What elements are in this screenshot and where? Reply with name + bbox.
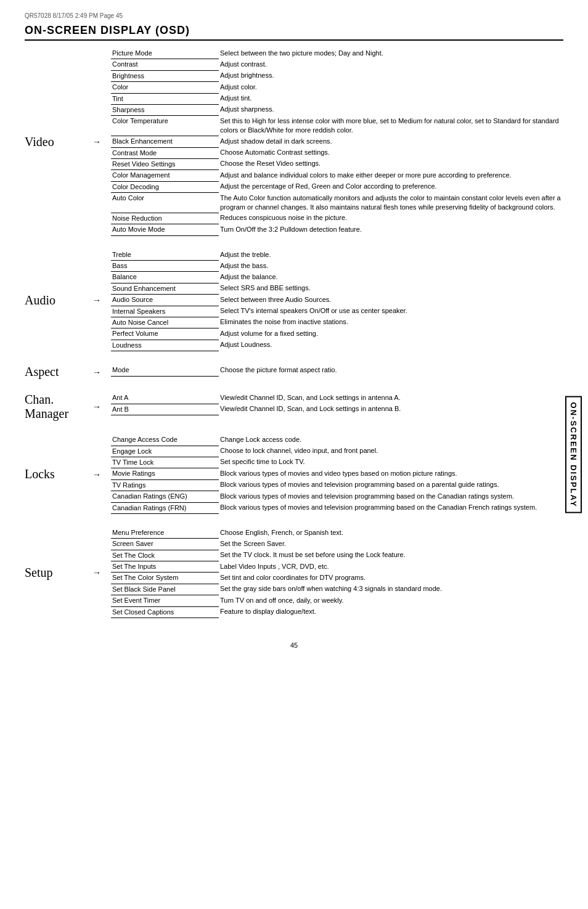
arrow-chan_manager: → <box>92 393 111 421</box>
table-row: Color TemperatureSet this to High for le… <box>111 116 563 136</box>
arrow-locks: → <box>92 434 111 514</box>
menu-item-0: Treble <box>111 250 219 261</box>
table-row: TintAdjust tint. <box>111 93 563 104</box>
table-row: Menu PreferenceChoose English, French, o… <box>111 528 563 539</box>
table-row: Engage LockChoose to lock channel, video… <box>111 446 563 457</box>
table-row: Screen SaverSet the Screen Saver. <box>111 539 563 550</box>
menu-item-1: Ant B <box>111 404 219 415</box>
table-row: Movie RatingsBlock various types of movi… <box>111 468 563 479</box>
menu-item-0: Picture Mode <box>111 48 219 59</box>
table-row: Internal SpeakersSelect TV's internal sp… <box>111 306 563 317</box>
menu-desc-3: Label Video Inputs , VCR, DVD, etc. <box>219 561 563 573</box>
table-row: BalanceAdjust the balance. <box>111 272 563 283</box>
menu-desc-2: Adjust the balance. <box>219 272 563 283</box>
table-row: BrightnessAdjust brightness. <box>111 70 563 81</box>
menu-item-4: Tint <box>111 93 219 104</box>
table-row: Sound EnhancementSelect SRS and BBE sett… <box>111 283 563 294</box>
content-locks: Change Access CodeChange Lock access cod… <box>111 434 563 514</box>
table-row: Audio SourceSelect between three Audio S… <box>111 295 563 306</box>
section-chan_manager: Chan. Manager→Ant AView/edit Channel ID,… <box>25 393 563 421</box>
menu-desc-9: Choose the Reset Video settings. <box>219 158 563 169</box>
menu-item-10: Color Management <box>111 170 219 181</box>
table-row: ColorAdjust color. <box>111 82 563 93</box>
content-chan_manager: Ant AView/edit Channel ID, Scan, and Loc… <box>111 393 563 421</box>
menu-desc-5: Set the gray side bars on/off when watch… <box>219 584 563 595</box>
menu-item-3: Set The Inputs <box>111 561 219 573</box>
menu-desc-5: Block various types of movies and televi… <box>219 491 563 502</box>
menu-item-5: Set Black Side Panel <box>111 584 219 595</box>
menu-desc-8: Choose Automatic Contrast settings. <box>219 147 563 158</box>
menu-desc-7: Adjust shadow detail in dark screens. <box>219 136 563 147</box>
menu-desc-5: Adjust sharpness. <box>219 104 563 115</box>
menu-desc-3: Select SRS and BBE settings. <box>219 283 563 294</box>
menu-desc-7: Adjust volume for a fixed setting. <box>219 328 563 340</box>
menu-item-5: Sharpness <box>111 104 219 115</box>
table-row: ModeChoose the picture format aspect rat… <box>111 365 563 376</box>
menu-desc-2: Set the TV clock. It must be set before … <box>219 550 563 561</box>
menu-item-5: Canadian Ratings (ENG) <box>111 491 219 502</box>
arrow-video: → <box>92 48 111 236</box>
menu-item-11: Color Decoding <box>111 181 219 192</box>
menu-item-7: Set Closed Captions <box>111 606 219 618</box>
menu-item-1: Bass <box>111 261 219 272</box>
menu-item-8: Contrast Mode <box>111 147 219 158</box>
menu-desc-6: Set this to High for less intense color … <box>219 116 563 136</box>
menu-item-3: Movie Ratings <box>111 468 219 479</box>
table-row: Canadian Ratings (FRN)Block various type… <box>111 502 563 513</box>
menu-desc-7: Feature to display dialogue/text. <box>219 606 563 618</box>
menu-item-6: Canadian Ratings (FRN) <box>111 502 219 513</box>
menu-item-3: Color <box>111 82 219 93</box>
menu-item-13: Noise Reduction <box>111 213 219 224</box>
category-video: Video <box>25 48 92 236</box>
arrow-aspect: → <box>92 365 111 379</box>
table-row: SharpnessAdjust sharpness. <box>111 104 563 115</box>
menu-item-2: Brightness <box>111 70 219 81</box>
menu-desc-0: Choose English, French, or Spanish text. <box>219 528 563 539</box>
menu-desc-5: Select TV's internal speakers On/Off or … <box>219 306 563 317</box>
table-row: Auto ColorThe Auto Color function automa… <box>111 193 563 213</box>
page-header: QR57028 8/17/05 2:49 PM Page 45 <box>25 12 563 19</box>
menu-item-5: Internal Speakers <box>111 306 219 317</box>
menu-desc-0: Change Lock access code. <box>219 434 563 446</box>
menu-desc-1: View/edit Channel ID, Scan, and Lock set… <box>219 404 563 415</box>
content-audio: TrebleAdjust the treble.BassAdjust the b… <box>111 250 563 352</box>
table-row: Set Black Side PanelSet the gray side ba… <box>111 584 563 595</box>
table-row: TrebleAdjust the treble. <box>111 250 563 261</box>
menu-item-1: Screen Saver <box>111 539 219 550</box>
menu-desc-11: Adjust the percentage of Red, Green and … <box>219 181 563 192</box>
table-row: Color ManagementAdjust and balance indiv… <box>111 170 563 181</box>
section-locks: Locks→Change Access CodeChange Lock acce… <box>25 434 563 514</box>
table-row: BassAdjust the bass. <box>111 261 563 272</box>
menu-item-8: Loudness <box>111 340 219 351</box>
table-row: Black EnhancementAdjust shadow detail in… <box>111 136 563 147</box>
menu-desc-8: Adjust Loudness. <box>219 340 563 351</box>
menu-desc-0: Adjust the treble. <box>219 250 563 261</box>
menu-desc-3: Adjust color. <box>219 82 563 93</box>
menu-desc-0: View/edit Channel ID, Scan, and Lock set… <box>219 393 563 404</box>
menu-desc-1: Adjust contrast. <box>219 59 563 70</box>
table-row: Set The Color SystemSet tint and color c… <box>111 573 563 584</box>
menu-desc-2: Set specific time to Lock TV. <box>219 457 563 468</box>
menu-item-6: Color Temperature <box>111 116 219 136</box>
menu-desc-1: Adjust the bass. <box>219 261 563 272</box>
osd-content: Video→Picture ModeSelect between the two… <box>25 48 563 632</box>
menu-item-6: Set Event Timer <box>111 595 219 606</box>
menu-desc-6: Block various types of movies and televi… <box>219 502 563 513</box>
table-row: Set Event TimerTurn TV on and off once, … <box>111 595 563 606</box>
menu-item-7: Black Enhancement <box>111 136 219 147</box>
table-row: Ant AView/edit Channel ID, Scan, and Loc… <box>111 393 563 404</box>
category-aspect: Aspect <box>25 365 92 379</box>
table-row: Ant BView/edit Channel ID, Scan, and Loc… <box>111 404 563 415</box>
menu-desc-0: Select between the two picture modes; Da… <box>219 48 563 59</box>
right-sidebar: ON-SCREEN DISPLAY <box>565 396 582 513</box>
table-row: Set The ClockSet the TV clock. It must b… <box>111 550 563 561</box>
menu-desc-1: Set the Screen Saver. <box>219 539 563 550</box>
content-aspect: ModeChoose the picture format aspect rat… <box>111 365 563 379</box>
menu-desc-6: Turn TV on and off once, daily, or weekl… <box>219 595 563 606</box>
menu-item-14: Auto Movie Mode <box>111 224 219 235</box>
content-video: Picture ModeSelect between the two pictu… <box>111 48 563 236</box>
menu-desc-4: Block various types of movies and televi… <box>219 479 563 491</box>
category-audio: Audio <box>25 250 92 352</box>
menu-item-6: Auto Noise Cancel <box>111 317 219 328</box>
table-row: TV RatingsBlock various types of movies … <box>111 479 563 491</box>
